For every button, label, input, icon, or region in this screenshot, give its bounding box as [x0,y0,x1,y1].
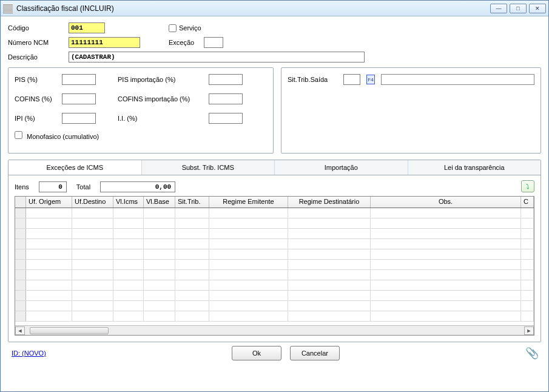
servico-checkbox[interactable] [169,24,177,32]
scroll-right-button[interactable]: ► [524,326,534,335]
col-uf-origem[interactable]: Uf. Origem [26,197,72,208]
table-row[interactable] [15,260,534,270]
scroll-track[interactable] [25,326,524,335]
table-row[interactable] [15,208,534,218]
tab-subst-trib[interactable]: Subst. Trib. ICMS [142,160,275,175]
total-label: Total [76,183,90,191]
ok-button[interactable]: Ok [232,346,281,360]
sit-trib-label: Sit.Trib.Saída [288,76,337,83]
scroll-left-button[interactable]: ◄ [15,326,25,335]
titlebar: Classificação fiscal (INCLUIR) — □ ✕ [1,1,548,16]
grid-action-button[interactable]: ⤵ [521,180,534,192]
monofasico-label: Monofasico (cumulativo) [27,133,99,140]
excecao-label: Exceção [169,39,204,46]
sit-trib-desc [381,74,534,85]
descricao-input[interactable] [69,52,365,63]
pis-label: PIS (%) [15,76,62,83]
tabs-container: Exceções de ICMS Subst. Trib. ICMS Impor… [8,160,541,342]
taxes-panel: PIS (%) PIS importação (%) COFINS (%) CO… [8,67,274,154]
codigo-label: Código [8,24,69,32]
tab-lei-transparencia[interactable]: Lei da transparência [408,160,541,175]
total-value: 0,00 [100,181,175,192]
window-frame: Classificação fiscal (INCLUIR) — □ ✕ Cód… [0,0,549,392]
ii-input[interactable] [209,113,243,124]
cofins-input[interactable] [62,93,96,104]
cancel-button[interactable]: Cancelar [290,346,340,360]
col-regime-dest[interactable]: Regime Destinatário [288,197,371,208]
id-link[interactable]: ID: (NOVO) [12,350,46,357]
col-uf-destino[interactable]: Uf.Destino [72,197,113,208]
pis-imp-label: PIS importação (%) [118,76,209,83]
sit-trib-panel: Sit.Trib.Saída F4 [281,67,541,154]
col-obs[interactable]: Obs. [371,197,521,208]
monofasico-checkbox[interactable] [15,131,22,139]
ii-label: I.I. (%) [118,115,209,122]
itens-label: Itens [15,183,29,191]
pis-input[interactable] [62,74,96,85]
table-row[interactable] [15,270,534,280]
descricao-label: Descrição [8,53,69,61]
horizontal-scrollbar[interactable]: ◄ ► [15,325,534,335]
codigo-input[interactable] [69,22,105,33]
window-title: Classificação fiscal (INCLUIR) [16,4,490,13]
col-vl-base[interactable]: Vl.Base [144,197,175,208]
ncm-input[interactable] [69,37,140,48]
tab-excecoes-icms[interactable]: Exceções de ICMS [8,160,142,175]
table-row[interactable] [15,239,534,249]
minimize-button[interactable]: — [490,4,507,13]
scroll-thumb[interactable] [30,327,109,334]
app-icon [3,4,13,13]
table-row[interactable] [15,301,534,311]
grid-header: Uf. Origem Uf.Destino Vl.Icms Vl.Base Si… [15,197,534,208]
grid-body [15,208,534,325]
ncm-label: Número NCM [8,39,69,46]
col-vl-icms[interactable]: Vl.Icms [113,197,144,208]
sit-trib-code-input[interactable] [343,74,360,85]
col-rowhead [15,197,26,208]
table-row[interactable] [15,291,534,301]
attachment-icon[interactable]: 📎 [525,346,535,360]
icms-exceptions-grid[interactable]: Uf. Origem Uf.Destino Vl.Icms Vl.Base Si… [15,196,534,336]
col-sit-trib[interactable]: Sit.Trib. [175,197,209,208]
maximize-button[interactable]: □ [510,4,527,13]
tab-importacao[interactable]: Importação [275,160,408,175]
table-row[interactable] [15,280,534,291]
sit-trib-lookup-button[interactable]: F4 [366,75,375,84]
table-row[interactable] [15,229,534,239]
itens-count: 0 [39,181,67,192]
servico-label: Serviço [179,24,201,32]
ipi-label: IPI (%) [15,115,62,122]
col-regime-emit[interactable]: Regime Emitente [209,197,288,208]
cofins-imp-label: COFINS importação (%) [118,95,209,103]
ipi-input[interactable] [62,113,96,124]
table-row[interactable] [15,249,534,260]
cofins-imp-input[interactable] [209,93,243,104]
cofins-label: COFINS (%) [15,95,62,103]
table-row[interactable] [15,311,534,322]
pis-imp-input[interactable] [209,74,243,85]
table-row[interactable] [15,218,534,229]
col-last[interactable]: C [521,197,534,208]
excecao-input[interactable] [204,37,223,48]
close-button[interactable]: ✕ [529,4,546,13]
